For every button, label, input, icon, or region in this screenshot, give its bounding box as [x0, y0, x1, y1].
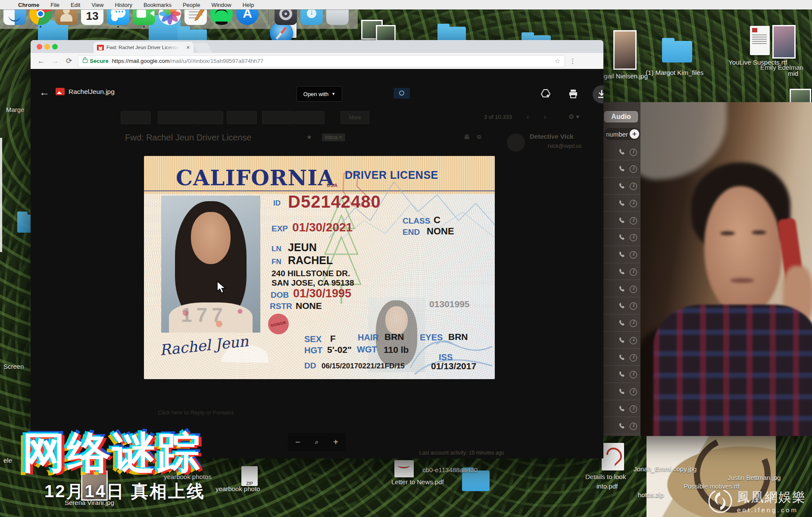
info-icon[interactable]: [630, 388, 637, 396]
reload-icon[interactable]: ⟳: [66, 56, 72, 65]
info-icon[interactable]: [630, 149, 637, 156]
add-contact-icon[interactable]: +: [630, 129, 639, 139]
info-icon[interactable]: [630, 286, 637, 293]
audio-tab[interactable]: Audio: [604, 111, 638, 122]
menu-bookmarks[interactable]: Bookmarks: [144, 2, 172, 8]
browser-menu-icon[interactable]: ⋮: [569, 57, 576, 65]
recent-call-row[interactable]: [603, 281, 640, 297]
abigail-label[interactable]: igail Nielsen.jpg: [603, 72, 648, 80]
recent-call-row[interactable]: [603, 299, 640, 315]
info-icon[interactable]: [630, 405, 637, 413]
phone-icon[interactable]: [618, 320, 625, 327]
info-icon[interactable]: [630, 302, 637, 310]
emily-label-2[interactable]: mid: [788, 70, 798, 77]
phone-icon[interactable]: [618, 337, 625, 344]
info-icon[interactable]: [630, 183, 637, 190]
recent-call-row[interactable]: [603, 350, 640, 366]
recent-call-row[interactable]: [603, 247, 640, 263]
menu-people[interactable]: People: [183, 2, 200, 8]
recent-call-row[interactable]: [603, 401, 640, 417]
recent-call-row[interactable]: [603, 418, 640, 434]
details-pdf-icon[interactable]: [602, 443, 624, 470]
address-bar[interactable]: Secure https://mail.google.com /mail/u/0…: [78, 55, 565, 67]
zoom-window-button[interactable]: [52, 44, 58, 50]
info-icon[interactable]: [630, 337, 637, 344]
menu-file[interactable]: File: [50, 2, 59, 8]
letter-pdf-icon[interactable]: [394, 460, 414, 477]
facetime-search-field[interactable]: number +: [604, 128, 640, 140]
screen-label[interactable]: Screen: [3, 363, 24, 370]
zip-icon[interactable]: ZIP: [241, 466, 258, 486]
print-icon[interactable]: [568, 89, 579, 99]
margot-folder-icon[interactable]: [662, 41, 692, 62]
close-window-button[interactable]: [37, 44, 42, 50]
margot-folder-label[interactable]: (1) Margot Kim_files: [646, 69, 703, 76]
desktop-photo[interactable]: [772, 25, 796, 59]
phone-icon[interactable]: [618, 251, 625, 258]
open-with-button[interactable]: Open with ▼: [297, 86, 342, 102]
cb0-folder-icon[interactable]: [462, 470, 490, 491]
info-icon[interactable]: [630, 320, 637, 327]
recent-call-row[interactable]: [603, 230, 640, 246]
cb0-label[interactable]: cb0-e113488aa430: [422, 466, 478, 473]
phone-icon[interactable]: [618, 183, 625, 190]
zoom-in-icon[interactable]: +: [333, 437, 338, 447]
menu-window[interactable]: Window: [211, 2, 231, 8]
yearbook-label-2[interactable]: yearbook photo: [215, 485, 260, 492]
new-tab-button[interactable]: [193, 43, 212, 53]
phone-icon[interactable]: [618, 354, 625, 361]
zoom-out-icon[interactable]: −: [295, 437, 300, 447]
menu-help[interactable]: Help: [243, 2, 254, 8]
phone-icon[interactable]: [618, 149, 625, 156]
phone-icon[interactable]: [618, 371, 625, 378]
info-icon[interactable]: [630, 268, 637, 276]
abigail-photo-icon[interactable]: [613, 30, 637, 70]
recent-call-row[interactable]: [603, 384, 640, 400]
phone-icon[interactable]: [618, 217, 625, 224]
menu-edit[interactable]: Edit: [71, 2, 80, 8]
ele-label[interactable]: ele: [3, 457, 12, 464]
info-icon[interactable]: [630, 371, 637, 378]
phone-icon[interactable]: [618, 388, 625, 396]
hotos-label[interactable]: hotos.zip: [638, 491, 664, 498]
menu-chrome[interactable]: Chrome: [18, 2, 39, 8]
details-link[interactable]: Details: [473, 458, 489, 458]
marge-label[interactable]: Marge: [6, 106, 25, 113]
info-icon[interactable]: [630, 234, 637, 241]
add-to-drive-icon[interactable]: [540, 89, 551, 99]
browser-tab[interactable]: Fwd: Rachel Jeun Driver License ✕: [94, 42, 194, 53]
youlive-doc-icon[interactable]: [750, 26, 770, 55]
menu-history[interactable]: History: [115, 2, 132, 8]
forward-icon[interactable]: →: [52, 57, 59, 65]
recent-call-row[interactable]: [603, 367, 640, 383]
recent-call-row[interactable]: [603, 179, 640, 195]
info-icon[interactable]: [630, 217, 637, 224]
info-icon[interactable]: [630, 200, 637, 207]
phone-icon[interactable]: [618, 200, 625, 207]
details-label-2[interactable]: into.pdf: [597, 483, 618, 490]
phone-icon[interactable]: [618, 268, 625, 276]
info-icon[interactable]: [630, 251, 637, 258]
recent-call-row[interactable]: [603, 264, 640, 280]
recent-call-row[interactable]: [603, 162, 640, 178]
phone-icon[interactable]: [618, 165, 625, 173]
minimize-window-button[interactable]: [44, 44, 50, 50]
recent-call-row[interactable]: [603, 316, 640, 332]
menu-view[interactable]: View: [91, 2, 103, 8]
info-icon[interactable]: [630, 165, 637, 173]
phone-icon[interactable]: [618, 234, 625, 241]
info-icon[interactable]: [630, 354, 637, 361]
recent-call-row[interactable]: [603, 213, 640, 229]
bookmark-star-icon[interactable]: ☆: [555, 57, 560, 65]
recent-call-row[interactable]: [603, 196, 640, 212]
phone-icon[interactable]: [618, 405, 625, 413]
preview-back-icon[interactable]: ←: [39, 86, 50, 98]
recent-call-row[interactable]: [603, 333, 640, 349]
tab-close-icon[interactable]: ✕: [186, 45, 190, 50]
letter-label[interactable]: Letter to News.pdf: [391, 478, 444, 486]
download-icon[interactable]: [597, 89, 603, 99]
justin-label[interactable]: Justin Bettman.jpg: [728, 474, 781, 481]
details-label-1[interactable]: Details to look: [585, 473, 626, 480]
info-icon[interactable]: [630, 423, 637, 430]
phone-icon[interactable]: [618, 423, 625, 430]
